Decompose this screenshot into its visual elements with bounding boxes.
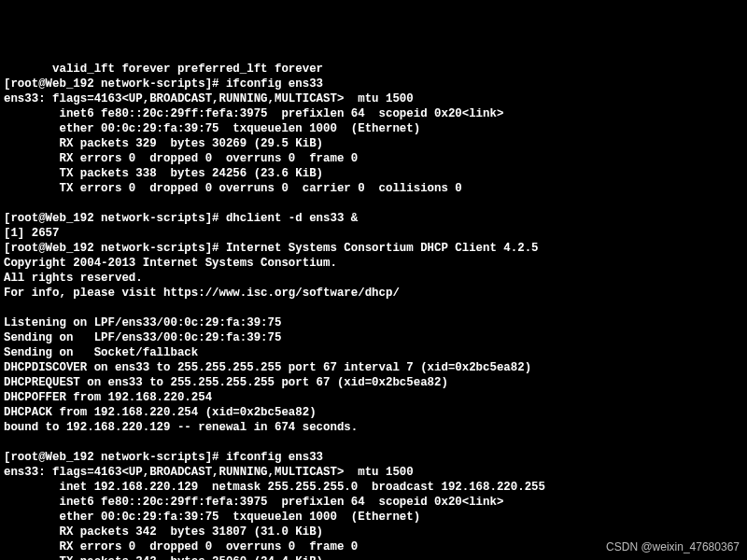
terminal-line: DHCPOFFER from 192.168.220.254 [4,391,212,404]
terminal-line: Listening on LPF/ens33/00:0c:29:fa:39:75 [4,316,281,329]
terminal-line: RX errors 0 dropped 0 overruns 0 frame 0 [4,152,358,165]
terminal-line: DHCPDISCOVER on ens33 to 255.255.255.255… [4,361,531,374]
watermark: CSDN @weixin_47680367 [606,539,740,554]
terminal-line: Sending on LPF/ens33/00:0c:29:fa:39:75 [4,331,281,344]
terminal-line: Copyright 2004-2013 Internet Systems Con… [4,257,337,270]
terminal-line: [root@Web_192 network-scripts]# Internet… [4,242,539,255]
terminal-line: ens33: flags=4163<UP,BROADCAST,RUNNING,M… [4,466,414,479]
terminal-line: RX packets 342 bytes 31807 (31.0 KiB) [4,525,323,539]
terminal-line: DHCPREQUEST on ens33 to 255.255.255.255 … [4,376,448,389]
terminal-line: ether 00:0c:29:fa:39:75 txqueuelen 1000 … [4,122,420,135]
terminal-line: For info, please visit https://www.isc.o… [4,287,400,300]
terminal-output[interactable]: valid_lft forever preferred_lft forever … [4,62,743,560]
terminal-line: bound to 192.168.220.129 -- renewal in 6… [4,421,358,434]
terminal-line: inet6 fe80::20c:29ff:fefa:3975 prefixlen… [4,496,503,509]
terminal-line: inet 192.168.220.129 netmask 255.255.255… [4,481,545,494]
terminal-line: Sending on Socket/fallback [4,346,198,359]
terminal-line: valid_lft forever preferred_lft forever [4,63,323,76]
terminal-line: [root@Web_192 network-scripts]# ifconfig… [4,77,323,91]
terminal-line: RX packets 329 bytes 30269 (29.5 KiB) [4,137,323,150]
terminal-line: TX packets 338 bytes 24256 (23.6 KiB) [4,167,323,180]
terminal-line: RX errors 0 dropped 0 overruns 0 frame 0 [4,540,358,553]
terminal-line: DHCPACK from 192.168.220.254 (xid=0x2bc5… [4,406,317,419]
terminal-line: [root@Web_192 network-scripts]# dhclient… [4,212,358,225]
terminal-line: [root@Web_192 network-scripts]# ifconfig… [4,451,323,464]
terminal-line: [1] 2657 [4,227,60,240]
terminal-line: ether 00:0c:29:fa:39:75 txqueuelen 1000 … [4,511,420,524]
terminal-line: TX packets 342 bytes 25060 (24.4 KiB) [4,555,323,560]
terminal-line: All rights reserved. [4,272,143,285]
terminal-line: inet6 fe80::20c:29ff:fefa:3975 prefixlen… [4,107,503,120]
terminal-line: TX errors 0 dropped 0 overruns 0 carrier… [4,182,462,195]
terminal-line: ens33: flags=4163<UP,BROADCAST,RUNNING,M… [4,92,414,105]
